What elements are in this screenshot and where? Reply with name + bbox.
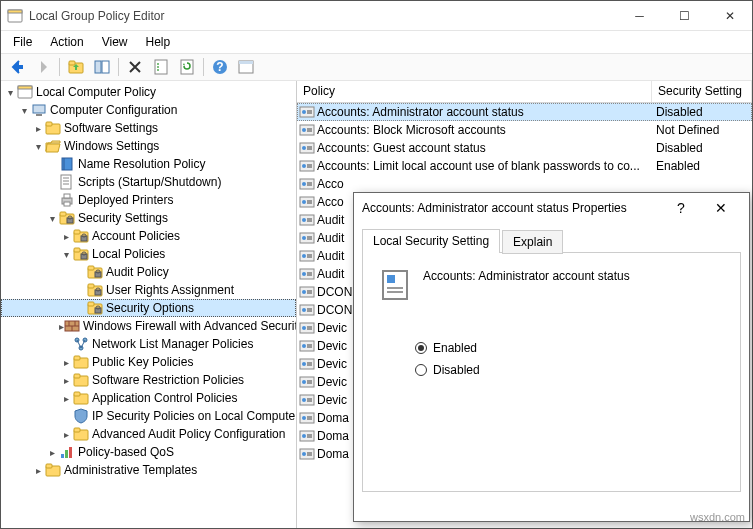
expand-icon[interactable]: ▾ <box>45 211 59 225</box>
forward-button[interactable] <box>31 55 55 79</box>
folder-open-icon <box>45 138 61 154</box>
tree-app-control[interactable]: ▸ Application Control Policies <box>1 389 296 407</box>
policy-item-icon <box>299 248 315 264</box>
tree-software-restriction[interactable]: ▸ Software Restriction Policies <box>1 371 296 389</box>
expand-icon[interactable]: ▸ <box>59 373 73 387</box>
toolbar: ? <box>1 53 752 81</box>
expand-icon[interactable]: ▸ <box>45 445 59 459</box>
tree-label: Policy-based QoS <box>78 445 174 459</box>
expand-icon[interactable]: ▸ <box>31 463 45 477</box>
menu-file[interactable]: File <box>5 33 40 51</box>
tree-windows-settings[interactable]: ▾ Windows Settings <box>1 137 296 155</box>
list-row[interactable]: Acco <box>297 175 752 193</box>
expand-icon[interactable]: ▸ <box>59 391 73 405</box>
options-button[interactable] <box>234 55 258 79</box>
tree-security-settings[interactable]: ▾ Security Settings <box>1 209 296 227</box>
lock-folder-icon <box>87 282 103 298</box>
tree-security-options[interactable]: Security Options <box>1 299 296 317</box>
tree-account-policies[interactable]: ▸ Account Policies <box>1 227 296 245</box>
expand-icon[interactable]: ▸ <box>59 355 73 369</box>
policy-setting: Disabled <box>652 105 752 119</box>
tree-admin-templates[interactable]: ▸ Administrative Templates <box>1 461 296 479</box>
radio-disabled[interactable]: Disabled <box>415 363 724 377</box>
policy-item-icon <box>299 212 315 228</box>
maximize-button[interactable]: ☐ <box>662 1 707 31</box>
tab-explain[interactable]: Explain <box>502 230 563 254</box>
list-row[interactable]: Accounts: Administrator account statusDi… <box>297 103 752 121</box>
lock-folder-icon <box>59 210 75 226</box>
tree-name-resolution[interactable]: Name Resolution Policy <box>1 155 296 173</box>
tree-label: Security Options <box>106 301 194 315</box>
svg-point-40 <box>157 69 159 71</box>
tree-audit-policy[interactable]: Audit Policy <box>1 263 296 281</box>
tree-label: Account Policies <box>92 229 180 243</box>
close-button[interactable]: ✕ <box>707 1 752 31</box>
policy-name: Accounts: Administrator account status <box>317 105 652 119</box>
tree-user-rights[interactable]: User Rights Assignment <box>1 281 296 299</box>
expand-icon[interactable]: ▾ <box>17 103 31 117</box>
policy-item-icon <box>299 284 315 300</box>
svg-point-38 <box>157 63 159 65</box>
tree-qos[interactable]: ▸ Policy-based QoS <box>1 443 296 461</box>
tree-advanced-audit[interactable]: ▸ Advanced Audit Policy Configuration <box>1 425 296 443</box>
expand-icon[interactable]: ▸ <box>31 121 45 135</box>
tree-deployed-printers[interactable]: Deployed Printers <box>1 191 296 209</box>
radio-enabled[interactable]: Enabled <box>415 341 724 355</box>
radio-dot-icon <box>415 364 427 376</box>
menu-view[interactable]: View <box>94 33 136 51</box>
lock-folder-icon <box>73 246 89 262</box>
tree-computer-config[interactable]: ▾ Computer Configuration <box>1 101 296 119</box>
tree-label: Windows Settings <box>64 139 159 153</box>
refresh-button[interactable] <box>175 55 199 79</box>
properties-button[interactable] <box>149 55 173 79</box>
column-security-setting[interactable]: Security Setting <box>652 81 752 102</box>
minimize-button[interactable]: ─ <box>617 1 662 31</box>
radio-label: Enabled <box>433 341 477 355</box>
tree-label: Name Resolution Policy <box>78 157 205 171</box>
policy-icon <box>379 269 411 301</box>
menu-help[interactable]: Help <box>138 33 179 51</box>
tree-label: Windows Firewall with Advanced Security <box>83 319 297 333</box>
list-row[interactable]: Accounts: Limit local account use of bla… <box>297 157 752 175</box>
tree-network-list[interactable]: Network List Manager Policies <box>1 335 296 353</box>
radio-dot-icon <box>415 342 427 354</box>
back-button[interactable] <box>5 55 29 79</box>
menu-action[interactable]: Action <box>42 33 91 51</box>
help-button[interactable]: ? <box>208 55 232 79</box>
computer-icon <box>31 102 47 118</box>
svg-rect-45 <box>239 61 253 64</box>
menubar: File Action View Help <box>1 31 752 53</box>
tree-scripts[interactable]: Scripts (Startup/Shutdown) <box>1 173 296 191</box>
policy-item-icon <box>299 140 315 156</box>
policy-item-icon <box>299 410 315 426</box>
expand-icon[interactable]: ▸ <box>59 229 73 243</box>
policy-heading: Accounts: Administrator account status <box>423 269 630 283</box>
expand-icon[interactable]: ▾ <box>31 139 45 153</box>
tree-ipsec[interactable]: IP Security Policies on Local Computer <box>1 407 296 425</box>
close-button[interactable]: ✕ <box>701 200 741 216</box>
policy-item-icon <box>299 338 315 354</box>
tree-software-settings[interactable]: ▸ Software Settings <box>1 119 296 137</box>
policy-setting: Not Defined <box>652 123 752 137</box>
tree-root[interactable]: ▾ Local Computer Policy <box>1 83 296 101</box>
tree-windows-firewall[interactable]: ▸ Windows Firewall with Advanced Securit… <box>1 317 296 335</box>
tab-local-security-setting[interactable]: Local Security Setting <box>362 229 500 253</box>
delete-button[interactable] <box>123 55 147 79</box>
help-button[interactable]: ? <box>661 200 701 216</box>
tree-label: IP Security Policies on Local Computer <box>92 409 297 423</box>
tree-local-policies[interactable]: ▾ Local Policies <box>1 245 296 263</box>
tab-panel: Accounts: Administrator account status E… <box>362 252 741 492</box>
policy-item-icon <box>299 320 315 336</box>
expand-icon[interactable]: ▸ <box>59 427 73 441</box>
expand-icon[interactable]: ▾ <box>59 247 73 261</box>
expand-icon[interactable]: ▾ <box>3 85 17 99</box>
column-policy[interactable]: Policy <box>297 81 652 102</box>
radio-label: Disabled <box>433 363 480 377</box>
show-hide-tree-button[interactable] <box>90 55 114 79</box>
list-row[interactable]: Accounts: Guest account statusDisabled <box>297 139 752 157</box>
list-row[interactable]: Accounts: Block Microsoft accountsNot De… <box>297 121 752 139</box>
up-button[interactable] <box>64 55 88 79</box>
tree-pane[interactable]: ▾ Local Computer Policy ▾ Computer Confi… <box>1 81 297 528</box>
tree-public-key[interactable]: ▸ Public Key Policies <box>1 353 296 371</box>
policy-item-icon <box>299 122 315 138</box>
